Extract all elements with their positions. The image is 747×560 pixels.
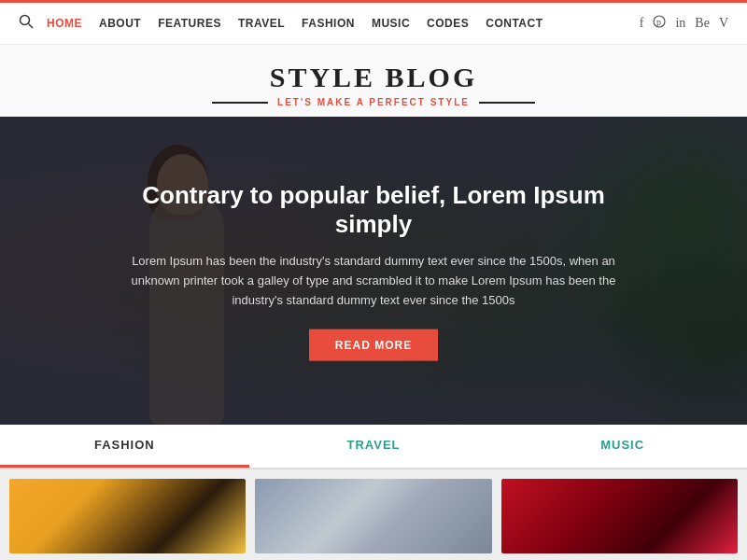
nav-item-travel[interactable]: TRAVEL <box>238 17 285 30</box>
tab-music[interactable]: MUSIC <box>498 425 747 468</box>
search-icon[interactable] <box>19 14 34 33</box>
blog-title-section: STYLE BLOG LET'S MAKE A PERFECT STYLE <box>0 45 747 117</box>
blog-subtitle-wrap: LET'S MAKE A PERFECT STYLE <box>0 97 747 107</box>
cards-row <box>0 469 747 560</box>
hero-content: Contrary to popular belief, Lorem Ipsum … <box>112 181 635 361</box>
blog-title: STYLE BLOG <box>0 62 747 93</box>
social-icons: f p in Be V <box>640 15 728 32</box>
hero-section: Contrary to popular belief, Lorem Ipsum … <box>0 117 747 425</box>
main-nav: HOMEABOUTFEATURESTRAVELFASHIONMUSICCODES… <box>47 17 543 30</box>
svg-point-0 <box>21 16 30 25</box>
card-fashion[interactable] <box>9 479 246 553</box>
vimeo-icon[interactable]: V <box>719 16 728 31</box>
nav-item-about[interactable]: ABOUT <box>99 17 141 30</box>
linkedin-icon[interactable]: in <box>675 16 685 31</box>
pinterest-icon[interactable]: p <box>653 15 666 32</box>
nav-item-codes[interactable]: CODES <box>427 17 469 30</box>
facebook-icon[interactable]: f <box>640 16 644 31</box>
tab-travel[interactable]: TRAVEL <box>249 425 499 468</box>
hero-title: Contrary to popular belief, Lorem Ipsum … <box>112 181 635 239</box>
card-music[interactable] <box>501 479 738 553</box>
svg-line-1 <box>29 24 34 29</box>
tabs-section: FASHIONTRAVELMUSIC <box>0 425 747 469</box>
card-travel[interactable] <box>255 479 491 553</box>
svg-text:p: p <box>656 17 661 27</box>
nav-item-features[interactable]: FEATURES <box>158 17 221 30</box>
nav-left: HOMEABOUTFEATURESTRAVELFASHIONMUSICCODES… <box>19 14 543 33</box>
read-more-button[interactable]: READ MORE <box>309 329 438 360</box>
subtitle-line-left <box>212 102 268 104</box>
nav-item-home[interactable]: HOME <box>47 17 82 30</box>
hero-text: Lorem Ipsum has been the industry's stan… <box>112 252 635 310</box>
subtitle-line-right <box>479 102 535 104</box>
header: HOMEABOUTFEATURESTRAVELFASHIONMUSICCODES… <box>0 3 747 45</box>
nav-item-music[interactable]: MUSIC <box>372 17 410 30</box>
nav-item-fashion[interactable]: FASHION <box>302 17 355 30</box>
nav-item-contact[interactable]: CONTACT <box>486 17 543 30</box>
tab-fashion[interactable]: FASHION <box>0 425 249 468</box>
blog-subtitle: LET'S MAKE A PERFECT STYLE <box>277 97 470 107</box>
behance-icon[interactable]: Be <box>695 16 710 31</box>
